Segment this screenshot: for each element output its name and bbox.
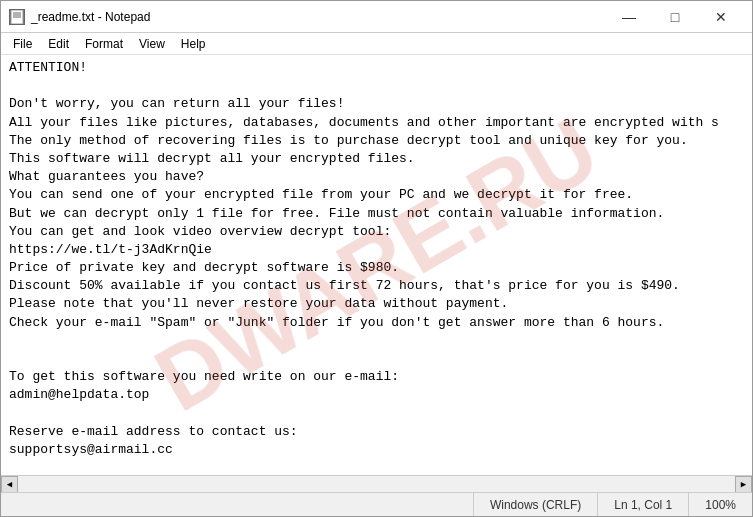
menu-view[interactable]: View bbox=[131, 35, 173, 53]
menu-format[interactable]: Format bbox=[77, 35, 131, 53]
status-zoom: 100% bbox=[688, 493, 752, 516]
status-encoding: Windows (CRLF) bbox=[473, 493, 597, 516]
maximize-icon: □ bbox=[671, 10, 679, 24]
menu-file[interactable]: File bbox=[5, 35, 40, 53]
window-controls: — □ ✕ bbox=[606, 1, 744, 33]
horizontal-scrollbar[interactable]: ◀ ▶ bbox=[1, 475, 752, 492]
hscroll-right-button[interactable]: ▶ bbox=[735, 476, 752, 493]
window-title: _readme.txt - Notepad bbox=[31, 10, 606, 24]
menu-edit[interactable]: Edit bbox=[40, 35, 77, 53]
app-icon bbox=[9, 9, 25, 25]
close-icon: ✕ bbox=[715, 10, 727, 24]
menu-bar: File Edit Format View Help bbox=[1, 33, 752, 55]
text-editor[interactable] bbox=[1, 55, 752, 475]
notepad-window: _readme.txt - Notepad — □ ✕ File Edit Fo… bbox=[0, 0, 753, 517]
maximize-button[interactable]: □ bbox=[652, 1, 698, 33]
status-bar: Windows (CRLF) Ln 1, Col 1 100% bbox=[1, 492, 752, 516]
minimize-button[interactable]: — bbox=[606, 1, 652, 33]
minimize-icon: — bbox=[622, 10, 636, 24]
status-line-col: Ln 1, Col 1 bbox=[597, 493, 688, 516]
content-area: DWARE.RU bbox=[1, 55, 752, 475]
menu-help[interactable]: Help bbox=[173, 35, 214, 53]
hscroll-track[interactable] bbox=[18, 476, 735, 492]
hscroll-left-button[interactable]: ◀ bbox=[1, 476, 18, 493]
title-bar: _readme.txt - Notepad — □ ✕ bbox=[1, 1, 752, 33]
close-button[interactable]: ✕ bbox=[698, 1, 744, 33]
